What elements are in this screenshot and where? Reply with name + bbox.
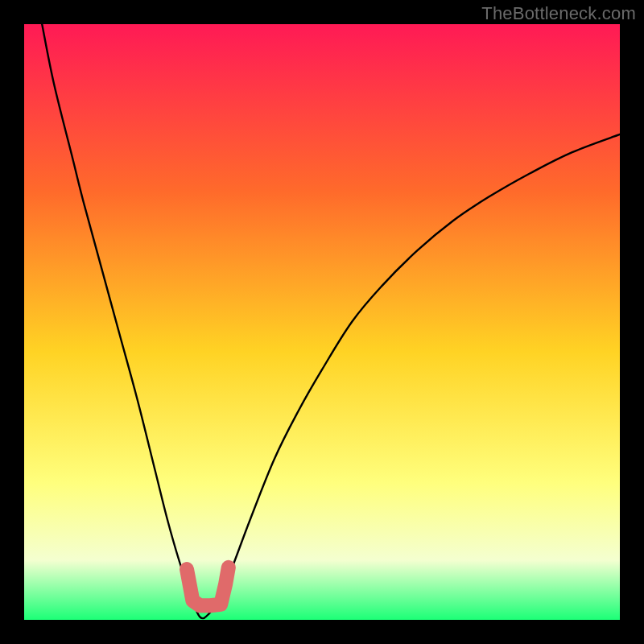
- chart-frame: TheBottleneck.com: [0, 0, 644, 644]
- gradient-background: [24, 24, 620, 620]
- watermark-text: TheBottleneck.com: [481, 3, 636, 24]
- plot-area: [24, 24, 620, 620]
- plot-svg: [24, 24, 620, 620]
